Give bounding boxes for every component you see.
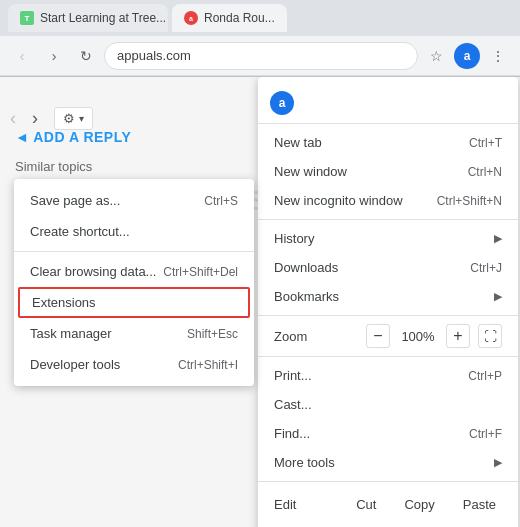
zoom-in-button[interactable]: + — [446, 324, 470, 348]
chrome-menu-more-tools[interactable]: More tools ▶ — [258, 448, 518, 477]
cut-button[interactable]: Cut — [342, 491, 390, 518]
back-button[interactable]: ‹ — [8, 42, 36, 70]
chrome-menu-print[interactable]: Print... Ctrl+P — [258, 361, 518, 390]
chrome-menu-new-window[interactable]: New window Ctrl+N — [258, 157, 518, 186]
similar-topics-label: Similar topics — [15, 159, 92, 174]
menu-task-manager-shortcut: Shift+Esc — [187, 327, 238, 341]
add-reply-label: ◄ ADD A REPLY — [15, 129, 131, 145]
menu-create-shortcut[interactable]: Create shortcut... — [14, 216, 254, 247]
chrome-menu-bookmarks-label: Bookmarks — [274, 289, 486, 304]
menu-button[interactable]: ⋮ — [484, 42, 512, 70]
page-context-menu: Save page as... Ctrl+S Create shortcut..… — [14, 179, 254, 386]
menu-developer-tools[interactable]: Developer tools Ctrl+Shift+I — [14, 349, 254, 380]
chrome-menu-print-shortcut: Ctrl+P — [468, 369, 502, 383]
chrome-menu-history-arrow: ▶ — [494, 232, 502, 245]
menu-extensions[interactable]: Extensions — [18, 287, 250, 318]
tab-favicon-treehouse: T — [20, 11, 34, 25]
zoom-out-button[interactable]: − — [366, 324, 390, 348]
tab-treehouse[interactable]: T Start Learning at Tree... — [8, 4, 168, 32]
chrome-menu-edit-row: Edit Cut Copy Paste — [258, 486, 518, 523]
paste-button[interactable]: Paste — [449, 491, 510, 518]
nav-forward[interactable]: › — [32, 108, 38, 129]
forward-button[interactable]: › — [40, 42, 68, 70]
chrome-menu-history-label: History — [274, 231, 486, 246]
chrome-menu-bookmarks[interactable]: Bookmarks ▶ — [258, 282, 518, 311]
profile-button[interactable]: a — [454, 43, 480, 69]
chrome-menu-print-label: Print... — [274, 368, 452, 383]
chrome-menu-bookmarks-arrow: ▶ — [494, 290, 502, 303]
chrome-menu-new-window-label: New window — [274, 164, 452, 179]
copy-button[interactable]: Copy — [390, 491, 448, 518]
menu-clear-browsing-label: Clear browsing data... — [30, 264, 156, 279]
chrome-menu-edit-label: Edit — [258, 490, 342, 519]
chrome-menu: a New tab Ctrl+T New window Ctrl+N New i… — [258, 77, 518, 527]
chrome-menu-downloads-label: Downloads — [274, 260, 454, 275]
chrome-menu-divider-4 — [258, 481, 518, 482]
chrome-menu-find-label: Find... — [274, 426, 453, 441]
chrome-menu-find[interactable]: Find... Ctrl+F — [258, 419, 518, 448]
chrome-menu-new-tab[interactable]: New tab Ctrl+T — [258, 128, 518, 157]
toolbar: ‹ › ↻ appuals.com ☆ a ⋮ — [0, 36, 520, 76]
edit-inline-actions: Cut Copy Paste — [342, 491, 518, 518]
menu-extensions-label: Extensions — [32, 295, 96, 310]
menu-save-page-shortcut: Ctrl+S — [204, 194, 238, 208]
nav-back[interactable]: ‹ — [10, 108, 16, 129]
chrome-menu-settings[interactable]: Settings — [258, 523, 518, 527]
menu-save-page[interactable]: Save page as... Ctrl+S — [14, 185, 254, 216]
tab-appuals[interactable]: a Ronda Rou... — [172, 4, 287, 32]
context-menu-divider-1 — [14, 251, 254, 252]
chrome-menu-new-tab-label: New tab — [274, 135, 453, 150]
address-text: appuals.com — [117, 48, 191, 63]
gear-icon: ⚙ — [63, 111, 75, 126]
menu-task-manager-label: Task manager — [30, 326, 112, 341]
page-content: ‹ › ⚙ ▾ ◄ ADD A REPLY Similar topics APP… — [0, 77, 520, 527]
zoom-fullscreen-button[interactable]: ⛶ — [478, 324, 502, 348]
menu-developer-tools-label: Developer tools — [30, 357, 120, 372]
chrome-menu-more-tools-arrow: ▶ — [494, 456, 502, 469]
chrome-menu-history[interactable]: History ▶ — [258, 224, 518, 253]
star-button[interactable]: ☆ — [422, 42, 450, 70]
chrome-menu-downloads-shortcut: Ctrl+J — [470, 261, 502, 275]
add-reply-button[interactable]: ◄ ADD A REPLY — [15, 129, 131, 145]
tab-label-treehouse: Start Learning at Tree... — [40, 11, 166, 25]
tab-favicon-appuals: a — [184, 11, 198, 25]
menu-clear-browsing-shortcut: Ctrl+Shift+Del — [163, 265, 238, 279]
chrome-menu-incognito-shortcut: Ctrl+Shift+N — [437, 194, 502, 208]
chrome-menu-divider-1 — [258, 219, 518, 220]
chrome-menu-zoom-label: Zoom — [274, 329, 358, 344]
menu-clear-browsing[interactable]: Clear browsing data... Ctrl+Shift+Del — [14, 256, 254, 287]
chrome-menu-new-window-shortcut: Ctrl+N — [468, 165, 502, 179]
tab-label-appuals: Ronda Rou... — [204, 11, 275, 25]
chrome-menu-more-tools-label: More tools — [274, 455, 486, 470]
chrome-menu-incognito-label: New incognito window — [274, 193, 421, 208]
chrome-menu-cast[interactable]: Cast... — [258, 390, 518, 419]
address-bar[interactable]: appuals.com — [104, 42, 418, 70]
menu-save-page-label: Save page as... — [30, 193, 120, 208]
browser-chrome: T Start Learning at Tree... a Ronda Rou.… — [0, 0, 520, 77]
chrome-menu-divider-2 — [258, 315, 518, 316]
chrome-menu-find-shortcut: Ctrl+F — [469, 427, 502, 441]
nav-arrows: ‹ › ⚙ ▾ — [10, 107, 93, 130]
chrome-menu-zoom-row: Zoom − 100% + ⛶ — [258, 320, 518, 352]
menu-developer-tools-shortcut: Ctrl+Shift+I — [178, 358, 238, 372]
zoom-value-label: 100% — [398, 329, 438, 344]
tab-bar: T Start Learning at Tree... a Ronda Rou.… — [0, 0, 520, 36]
menu-create-shortcut-label: Create shortcut... — [30, 224, 130, 239]
chrome-menu-incognito[interactable]: New incognito window Ctrl+Shift+N — [258, 186, 518, 215]
chrome-avatar: a — [270, 91, 294, 115]
reload-button[interactable]: ↻ — [72, 42, 100, 70]
chrome-menu-header: a — [258, 83, 518, 124]
gear-button[interactable]: ⚙ ▾ — [54, 107, 93, 130]
chrome-menu-cast-label: Cast... — [274, 397, 502, 412]
chrome-menu-downloads[interactable]: Downloads Ctrl+J — [258, 253, 518, 282]
menu-task-manager[interactable]: Task manager Shift+Esc — [14, 318, 254, 349]
chrome-menu-divider-3 — [258, 356, 518, 357]
chrome-menu-new-tab-shortcut: Ctrl+T — [469, 136, 502, 150]
gear-arrow: ▾ — [79, 113, 84, 124]
